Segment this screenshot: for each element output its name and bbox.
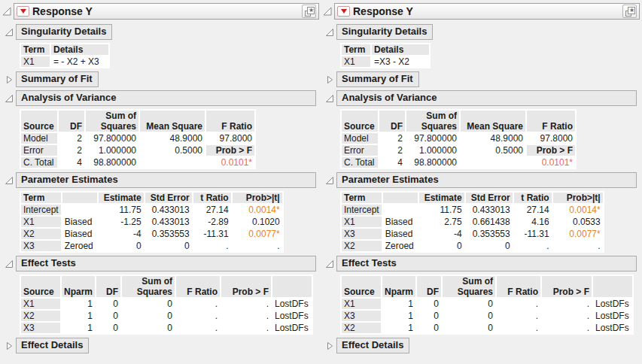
section-title-summary-of-fit[interactable]: Summary of Fit	[16, 71, 99, 87]
table-row: X2 1 0 0 . . LostDFs	[342, 323, 632, 333]
section-header-singularity: Singularity Details	[325, 24, 641, 40]
cell: 27.14	[193, 205, 231, 215]
section-header-effect-details: Effect Details	[5, 338, 321, 353]
table-row: X1 =X3 - X2	[342, 56, 429, 67]
cell: 0	[122, 299, 175, 309]
cell: 98.800000	[86, 157, 138, 168]
cell: 0.5000	[461, 145, 525, 156]
column-header: Source	[342, 276, 381, 297]
section-header-effect-tests: Effect Tests	[325, 256, 641, 271]
outline-open-icon[interactable]	[325, 28, 334, 37]
section-title-singularity-details[interactable]: Singularity Details	[16, 24, 112, 40]
outline-collapsed-icon[interactable]	[325, 75, 334, 84]
outline-open-icon[interactable]	[5, 28, 14, 37]
cell: .	[497, 311, 540, 321]
cell: 0.353553	[466, 229, 513, 239]
red-triangle-menu-button[interactable]	[337, 6, 350, 17]
table-row: X2 Zeroed 0 0 . .	[342, 241, 603, 251]
column-header: t Ratio	[193, 193, 231, 203]
column-header: Term	[21, 44, 50, 55]
section-title-effect-details[interactable]: Effect Details	[336, 338, 409, 353]
parameter-estimates-table: Term Estimate Std Error t Ratio Prob>|t|…	[340, 191, 604, 253]
cell: LostDFs	[593, 311, 632, 321]
cell: Biased	[62, 217, 97, 227]
cell: .	[542, 311, 592, 321]
red-triangle-icon	[20, 9, 26, 14]
column-header: Sum of Squares	[122, 276, 175, 297]
outline-collapsed-icon[interactable]	[325, 341, 334, 350]
cell: 4	[59, 157, 84, 168]
pin-report-button[interactable]: ★	[302, 5, 316, 18]
section-title-parameter-estimates[interactable]: Parameter Estimates	[336, 172, 637, 188]
row-label: X3	[21, 241, 61, 251]
column-header: Mean Square	[140, 111, 205, 132]
cell: .	[221, 299, 271, 309]
column-header	[272, 276, 312, 297]
report-window: Response Y ★ Singularity Details Term De…	[0, 0, 642, 356]
section-title-effect-details[interactable]: Effect Details	[16, 338, 89, 353]
section-title-singularity-details[interactable]: Singularity Details	[336, 24, 433, 40]
outline-open-icon[interactable]	[5, 94, 14, 103]
cell: 1	[62, 311, 95, 321]
cell: 97.800000	[86, 133, 138, 144]
row-label: X2	[342, 323, 381, 333]
cell: .	[233, 241, 282, 251]
outline-open-icon[interactable]	[325, 259, 334, 268]
column-header: Term	[342, 193, 382, 203]
column-header: Sum of Squares	[443, 276, 495, 297]
cell: 0	[96, 323, 120, 333]
star-icon: ★	[629, 7, 634, 14]
table-row: X1 1 0 0 . . LostDFs	[342, 299, 632, 309]
section-header-effect-details: Effect Details	[325, 338, 641, 353]
column-header: Sum of Squares	[86, 111, 138, 132]
outline-open-icon[interactable]	[322, 6, 333, 17]
outline-open-icon[interactable]	[5, 259, 14, 268]
section-header-effect-tests: Effect Tests	[5, 256, 321, 271]
cell: -11.31	[193, 229, 231, 239]
outline-collapsed-icon[interactable]	[5, 75, 14, 84]
cell: LostDFs	[272, 311, 312, 321]
cell: .	[193, 241, 231, 251]
panel-header-bar: Response Y ★	[14, 3, 319, 20]
row-label: C. Total	[342, 157, 378, 168]
outline-open-icon[interactable]	[325, 176, 334, 185]
section-header-singularity: Singularity Details	[5, 24, 321, 40]
column-header: F Ratio	[176, 276, 220, 297]
section-title-analysis-of-variance[interactable]: Analysis of Variance	[336, 90, 637, 106]
table-row: X2 Biased -4 0.353553 -11.31 0.0077*	[21, 229, 282, 239]
cell: 1.000000	[86, 145, 138, 156]
cell: 0.5000	[140, 145, 205, 156]
cell: LostDFs	[593, 323, 632, 333]
table-row: Error 2 1.000000 0.5000 Prob > F	[21, 145, 254, 156]
red-triangle-menu-button[interactable]	[17, 6, 29, 17]
table-row: C. Total 4 98.800000 0.0101*	[342, 157, 575, 168]
section-header-parameter-estimates: Parameter Estimates	[5, 172, 321, 188]
table-row: X3 1 0 0 . . LostDFs	[342, 311, 632, 321]
cell: Biased	[62, 229, 97, 239]
singularity-table: Term Details X1 = - X2 + X3	[20, 43, 110, 68]
pin-report-button[interactable]: ★	[622, 5, 637, 18]
section-title-parameter-estimates[interactable]: Parameter Estimates	[16, 172, 316, 188]
cell: 11.75	[99, 205, 144, 215]
cell: 4.16	[514, 217, 552, 227]
column-header: DF	[379, 111, 405, 132]
table-row: X1 1 0 0 . . LostDFs	[21, 299, 312, 309]
panel-title: Response Y	[32, 5, 93, 17]
section-title-effect-tests[interactable]: Effect Tests	[336, 256, 637, 271]
row-label: Intercept	[342, 205, 382, 215]
table-row: Error 2 1.000000 0.5000 Prob > F	[342, 145, 575, 156]
column-header: Prob > F	[542, 276, 592, 297]
column-header	[593, 276, 632, 297]
panel-title: Response Y	[353, 5, 413, 17]
outline-collapsed-icon[interactable]	[5, 341, 14, 350]
table-row: Model 2 97.800000 48.9000 97.8000	[21, 133, 254, 144]
table-row: X1 Biased -1.25 0.433013 -2.89 0.1020	[21, 217, 282, 227]
section-title-summary-of-fit[interactable]: Summary of Fit	[336, 71, 419, 87]
cell: 97.8000	[206, 133, 254, 144]
section-title-analysis-of-variance[interactable]: Analysis of Variance	[16, 90, 316, 106]
cell: 0	[443, 299, 495, 309]
outline-open-icon[interactable]	[2, 6, 12, 17]
outline-open-icon[interactable]	[5, 176, 14, 185]
section-title-effect-tests[interactable]: Effect Tests	[16, 256, 316, 271]
outline-open-icon[interactable]	[325, 94, 334, 103]
